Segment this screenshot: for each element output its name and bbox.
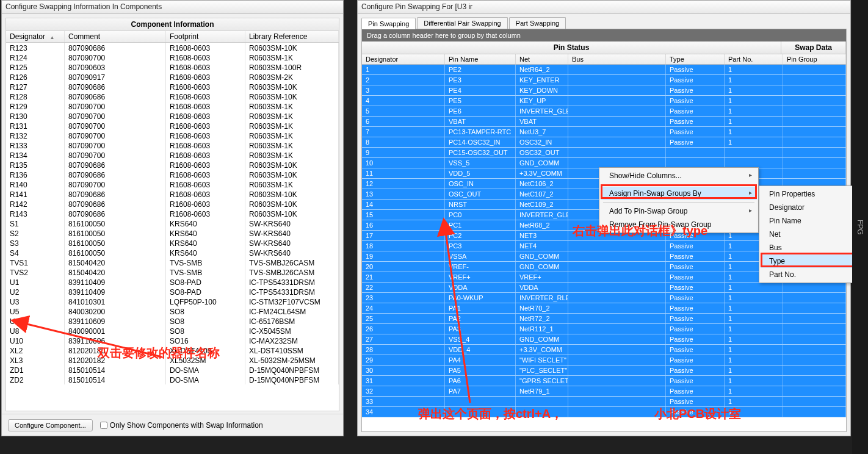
table-row[interactable]: U10839110606SO16IC-MAX232SM xyxy=(6,336,339,345)
table-row[interactable]: R128807090686R1608-0603R0603SM-10K xyxy=(6,92,339,101)
pin-row[interactable]: 31PA6"GPRS SECLET"Passive1 xyxy=(362,376,846,386)
table-row[interactable]: R131807090700R1608-0603R0603SM-1K xyxy=(6,121,339,131)
menu-item[interactable]: Pin Properties xyxy=(761,187,855,201)
pin-row[interactable]: 29PA4"WIFI SECLET"Passive1 xyxy=(362,355,846,366)
table-row[interactable]: R130807090700R1608-0603R0603SM-1K xyxy=(6,111,339,121)
col-part-no[interactable]: Part No. xyxy=(725,54,783,64)
tab-diff-pair-swapping[interactable]: Differential Pair Swapping xyxy=(417,17,507,29)
cell-pin-designator: 33 xyxy=(362,397,445,406)
pin-row[interactable]: 5PE6INVERTER_GLEPassive1 xyxy=(362,106,846,117)
pin-row[interactable]: 34Passive1 xyxy=(362,407,846,417)
cell-footprint: R1608-0603 xyxy=(166,62,245,72)
pin-row[interactable]: 25PA2NetR72_2Passive1 xyxy=(362,314,846,324)
cell-net: NET3 xyxy=(516,231,568,240)
pin-row[interactable]: 23PA0-WKUPINVERTER_RLEPassive1 xyxy=(362,293,846,303)
col-footprint[interactable]: Footprint xyxy=(166,31,245,42)
table-row[interactable]: ZD1815010514DO-SMAD-15MQ040NPBFSM xyxy=(6,365,339,375)
menu-item[interactable]: Net xyxy=(761,228,855,241)
col-designator[interactable]: Designator ▲ xyxy=(6,31,65,42)
table-row[interactable]: S1816100050KRS640SW-KRS640 xyxy=(6,218,339,228)
table-row[interactable]: U2839110409SO8-PADIC-TPS54331DRSM xyxy=(6,287,339,297)
pin-row[interactable]: 32PA7NetR79_1Passive1 xyxy=(362,386,846,397)
menu-item[interactable]: Designator xyxy=(761,201,855,214)
menu-item[interactable]: Add To Pin-Swap Group xyxy=(601,204,757,218)
table-row[interactable]: TVS1815040420TVS-SMBTVS-SMBJ26CASM xyxy=(6,258,339,267)
menu-item[interactable]: Remove From Pin-Swap Group xyxy=(601,218,757,231)
only-swap-checkbox[interactable]: Only Show Components with Swap Informati… xyxy=(100,421,263,430)
pin-row[interactable]: 7PC13-TAMPER-RTCNetU3_7Passive1 xyxy=(362,127,846,137)
table-row[interactable]: S2816100050KRS640SW-KRS640 xyxy=(6,228,339,238)
col-pin-group[interactable]: Pin Group xyxy=(783,54,846,64)
menu-item[interactable]: Pin Name xyxy=(761,214,855,228)
table-row[interactable]: R134807090700R1608-0603R0603SM-1K xyxy=(6,150,339,160)
pin-row[interactable]: 2PE3KEY_ENTERPassive1 xyxy=(362,75,846,85)
table-row[interactable]: R132807090700R1608-0603R0603SM-1K xyxy=(6,131,339,140)
table-row[interactable]: R125807090603R1608-0603R0603SM-100R xyxy=(6,62,339,72)
col-pin-name[interactable]: Pin Name xyxy=(445,54,516,64)
cell-part-no: 1 xyxy=(725,324,783,334)
cell-library-ref: XL-DST410SSM xyxy=(245,345,339,355)
group-by-hint[interactable]: Drag a column header here to group by th… xyxy=(362,29,846,41)
pin-row[interactable]: 8PC14-OSC32_INOSC32_INPassive1 xyxy=(362,137,846,148)
menu-item[interactable]: Part No. xyxy=(761,268,855,281)
table-row[interactable]: XL2812020180XL DST410SXL-DST410SSM xyxy=(6,345,339,355)
table-row[interactable]: U8840090001SO8IC-X5045SM xyxy=(6,326,339,336)
component-grid-body[interactable]: R123807090686R1608-0603R0603SM-10KR12480… xyxy=(6,43,339,403)
configure-component-button[interactable]: Configure Component... xyxy=(8,419,93,431)
table-row[interactable]: R140807090700R1608-0603R0603SM-1K xyxy=(6,179,339,189)
table-row[interactable]: R135807090686R1608-0603R0603SM-10K xyxy=(6,160,339,170)
pin-row[interactable]: 24PA1NetR70_2Passive1 xyxy=(362,303,846,314)
table-row[interactable]: R133807090700R1608-0603R0603SM-1K xyxy=(6,140,339,150)
pin-row[interactable]: 27VSS_4GND_COMMPassive1 xyxy=(362,334,846,345)
col-net[interactable]: Net xyxy=(516,54,568,64)
table-row[interactable]: U3841010301LQFP50P-100IC-STM32F107VCSM xyxy=(6,297,339,306)
pin-row[interactable]: 30PA5"PLC_SECLET"Passive1 xyxy=(362,366,846,376)
table-row[interactable]: S3816100050KRS640SW-KRS640 xyxy=(6,238,339,248)
pin-row[interactable]: 22VDDAVDDAPassive1 xyxy=(362,283,846,293)
right-dock-sliver[interactable]: FPG xyxy=(852,0,868,454)
cell-bus xyxy=(568,397,666,406)
col-pin-designator[interactable]: Designator xyxy=(362,54,445,64)
col-type[interactable]: Type xyxy=(666,54,725,64)
table-row[interactable]: R123807090686R1608-0603R0603SM-10K xyxy=(6,43,339,52)
pin-row[interactable]: 4PE5KEY_UPPassive1 xyxy=(362,96,846,106)
table-row[interactable]: XL3812020182XL5032SMXL-5032SM-25MSM xyxy=(6,355,339,365)
col-bus[interactable]: Bus xyxy=(568,54,666,64)
pin-row[interactable]: 1PE2NetR64_2Passive1 xyxy=(362,65,846,75)
table-row[interactable]: U6839110609SO8IC-65176BSM xyxy=(6,316,339,326)
cell-library-ref: SW-KRS640 xyxy=(245,218,339,228)
pin-row[interactable]: 6VBATVBATPassive1 xyxy=(362,117,846,127)
tab-pin-swapping[interactable]: Pin Swapping xyxy=(361,18,416,29)
col-library-ref[interactable]: Library Reference xyxy=(245,31,339,42)
pin-row[interactable]: 28VDD_4+3.3V_COMMPassive1 xyxy=(362,345,846,355)
cell-comment: 815040420 xyxy=(65,267,166,277)
table-row[interactable]: R126807090917R1608-0603R0603SM-2K xyxy=(6,72,339,82)
pin-row[interactable]: 33Passive1 xyxy=(362,397,846,407)
pin-row[interactable]: 3PE4KEY_DOWNPassive1 xyxy=(362,85,846,96)
table-row[interactable]: R142807090686R1608-0603R0603SM-10K xyxy=(6,199,339,209)
table-row[interactable]: U1839110409SO8-PADIC-TPS54331DRSM xyxy=(6,277,339,287)
col-comment[interactable]: Comment xyxy=(65,31,166,42)
table-row[interactable]: R124807090700R1608-0603R0603SM-1K xyxy=(6,52,339,62)
table-row[interactable]: U5840030200SO8IC-FM24CL64SM xyxy=(6,306,339,316)
context-menu-assign-by[interactable]: Pin PropertiesDesignatorPin NameNetBusTy… xyxy=(759,186,856,283)
table-row[interactable]: R136807090686R1608-0603R0603SM-10K xyxy=(6,170,339,179)
table-row[interactable]: R127807090686R1608-0603R0603SM-10K xyxy=(6,82,339,92)
menu-item[interactable]: Assign Pin-Swap Groups By xyxy=(601,187,757,200)
pin-row[interactable]: 9PC15-OSC32_OUTOSC32_OUT xyxy=(362,148,846,158)
table-row[interactable]: R129807090700R1608-0603R0603SM-1K xyxy=(6,101,339,111)
cell-comment: 840030200 xyxy=(65,306,166,316)
menu-item[interactable]: Type xyxy=(761,254,855,268)
pin-row[interactable]: 26PA3NetR112_1Passive1 xyxy=(362,324,846,334)
menu-item[interactable]: Bus xyxy=(761,241,855,254)
only-swap-checkbox-input[interactable] xyxy=(100,422,107,429)
table-row[interactable]: ZD2815010514DO-SMAD-15MQ040NPBFSM xyxy=(6,375,339,384)
tab-part-swapping[interactable]: Part Swapping xyxy=(509,17,566,29)
menu-item[interactable]: Show/Hide Columns... xyxy=(601,169,757,182)
table-row[interactable]: R141807090686R1608-0603R0603SM-10K xyxy=(6,189,339,199)
table-row[interactable]: R143807090686R1608-0603R0603SM-10K xyxy=(6,209,339,218)
cell-pin-designator: 17 xyxy=(362,231,445,240)
context-menu-main[interactable]: Show/Hide Columns...Assign Pin-Swap Grou… xyxy=(599,167,759,233)
table-row[interactable]: TVS2815040420TVS-SMBTVS-SMBJ26CASM xyxy=(6,267,339,277)
table-row[interactable]: S4816100050KRS640SW-KRS640 xyxy=(6,248,339,258)
